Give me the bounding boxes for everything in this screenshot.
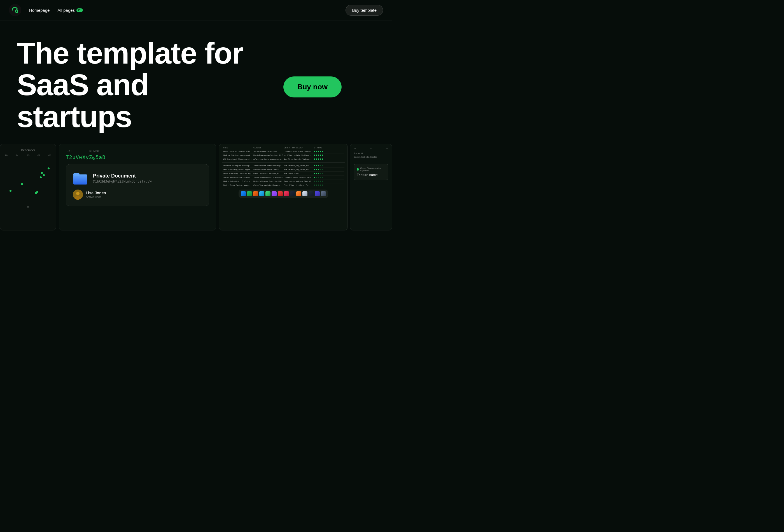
far-right-labels: 081624 — [354, 147, 388, 150]
table-row: Carter_Trans_Systems_Agreement.pdf Carte… — [222, 184, 345, 187]
far-right-panel: 081624 Turner M... Daniel, Isabella, Sop… — [350, 144, 392, 230]
doc-card: Private Document @1bC$d3eFgH*i2JkLmNpQr5… — [66, 164, 209, 206]
svg-point-0 — [9, 4, 21, 16]
dock-icon-reminders — [315, 191, 320, 196]
chart-month: December — [5, 148, 51, 152]
doc-panel: IJKL kLmNp T2uVwXyZ@5aB — [59, 144, 216, 230]
logo-icon[interactable] — [9, 4, 21, 16]
table-row: AW_Investment_Management_Ltd... AFven In… — [222, 157, 345, 161]
dock-icon-contacts — [296, 191, 301, 196]
dock-icon-maps — [259, 191, 264, 196]
buy-now-button[interactable]: Buy now — [283, 77, 342, 97]
dash-table-header: File Client Client manager Status — [222, 147, 345, 149]
table-row: Underhill_Rodriguez_Holdings_Contract.do… — [222, 164, 345, 168]
hero-section: The template for SaaS and startups Buy n… — [0, 21, 392, 144]
doc-header: IJKL kLmNp — [66, 149, 209, 152]
dashboard-panel: File Client Client manager Status Haber_… — [219, 144, 348, 230]
dock-icon-bin — [321, 191, 326, 196]
col-file: File — [223, 147, 253, 149]
doc-hash: @1bC$d3eFgH*i2JkLmNpQr5sT7uVw — [93, 179, 152, 184]
preview-area: December 1624300108 IJKL kLmNp T2uVwXyZ@… — [0, 144, 392, 230]
svg-rect-2 — [73, 174, 87, 185]
chart-labels: 1624300108 — [5, 154, 51, 157]
all-pages-link[interactable]: All pages — [57, 8, 75, 12]
user-name: Lisa Jones — [86, 191, 106, 195]
table-row: Haber_Westrup_Granger_Contract.docx Vect… — [222, 149, 345, 153]
dock-icon-notes — [272, 191, 277, 196]
company-label: Carter Transportation Systems — [357, 167, 385, 172]
table-row: Hollins_Industries_LLC_Contract.docx Mic… — [222, 179, 345, 184]
pages-badge: 25 — [77, 8, 83, 12]
user-status: Active user — [86, 195, 106, 198]
dock-icon-calendar — [290, 191, 295, 196]
table-row: Diaz_Consulting_Group_Agreement.pdf Wond… — [222, 168, 345, 172]
svg-point-5 — [76, 192, 80, 195]
far-right-users: Daniel, Isabella, Sophia — [354, 156, 388, 158]
doc-password-main: T2uVwXyZ@5aB — [66, 154, 209, 160]
dock-icon-finder — [253, 191, 258, 196]
user-info: Lisa Jones Active user — [86, 191, 106, 198]
far-right-card: Carter Transportation Systems Feature na… — [354, 164, 388, 180]
doc-tag2: kLmNp — [89, 149, 100, 152]
folder-icon — [73, 170, 88, 186]
svg-rect-3 — [73, 173, 80, 175]
far-right-name: Turner M... — [354, 152, 388, 155]
buy-template-button[interactable]: Buy template — [345, 5, 383, 16]
table-row: Turner_Manufacturing_Enterprises_Agreeme… — [222, 175, 345, 179]
dock-icon-tv — [284, 191, 289, 196]
dock-icon-terminal — [309, 191, 314, 196]
all-pages-wrap: All pages 25 — [57, 8, 83, 12]
table-row: Holliday_Solutions_Agreement.pdf Harris … — [222, 153, 345, 157]
dock-icon-music — [278, 191, 283, 196]
homepage-link[interactable]: Homepage — [29, 8, 50, 12]
doc-tag1: IJKL — [66, 149, 73, 152]
dock-icon-browser — [241, 191, 246, 196]
table-row: Davis_Consulting_Services_Agreement.pdf … — [222, 172, 345, 175]
col-client: Client — [253, 147, 283, 149]
dock-bar — [239, 190, 328, 198]
scatter-chart — [5, 159, 51, 203]
doc-title: Private Document — [93, 173, 152, 179]
nav-left: Homepage All pages 25 — [9, 4, 83, 16]
dock-icon-facetime — [265, 191, 271, 196]
col-status: Status — [314, 147, 343, 149]
user-avatar — [73, 190, 83, 200]
navbar: Homepage All pages 25 Buy template — [0, 0, 392, 21]
company-dot-icon — [357, 168, 359, 170]
feature-label: Feature name — [357, 173, 385, 177]
chart-panel: December 1624300108 — [0, 144, 56, 230]
dock-icon-messages — [247, 191, 252, 196]
doc-user: Lisa Jones Active user — [73, 190, 202, 200]
dashboard-inner: File Client Client manager Status Haber_… — [219, 144, 347, 201]
doc-card-header: Private Document @1bC$d3eFgH*i2JkLmNpQr5… — [73, 170, 202, 186]
below-section — [0, 230, 392, 273]
dock-icon-settings — [302, 191, 307, 196]
hero-title: The template for SaaS and startups — [17, 37, 260, 133]
col-manager: Client manager — [284, 147, 313, 149]
doc-info: Private Document @1bC$d3eFgH*i2JkLmNpQr5… — [93, 173, 152, 184]
